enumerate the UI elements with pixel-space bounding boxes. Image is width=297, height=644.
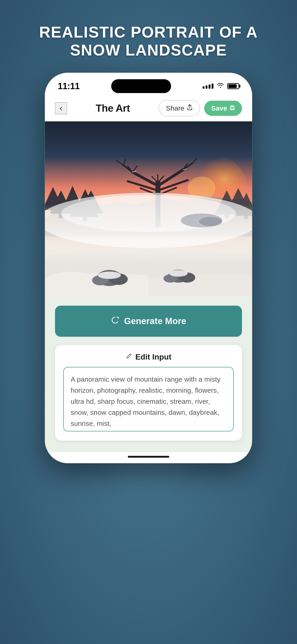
prompt-textarea[interactable]: [63, 367, 234, 432]
save-icon: [230, 104, 235, 112]
phone-frame: 11:11: [45, 73, 252, 463]
home-indicator: [45, 452, 252, 463]
generate-more-label: Generate More: [124, 316, 186, 326]
pencil-icon: [126, 353, 132, 361]
share-label: Share: [166, 104, 184, 112]
svg-line-49: [158, 175, 158, 182]
svg-rect-3: [232, 108, 233, 109]
save-button[interactable]: Save: [204, 101, 242, 116]
art-image: [45, 122, 252, 296]
edit-input-header: Edit Input: [63, 352, 234, 362]
signal-icon: [202, 84, 214, 89]
edit-input-title: Edit Input: [136, 352, 172, 362]
content-area: Generate More Edit Input: [45, 296, 252, 452]
share-icon: [187, 104, 193, 112]
back-arrow-icon: ‹: [60, 104, 62, 113]
svg-rect-1: [231, 106, 234, 107]
refresh-icon: [111, 316, 120, 326]
nav-title: The Art: [96, 102, 130, 114]
status-bar: 11:11: [45, 73, 252, 96]
dynamic-island: [111, 79, 171, 93]
home-bar: [128, 456, 169, 458]
edit-input-card: Edit Input: [55, 345, 242, 440]
nav-actions: Share Save: [159, 100, 242, 116]
wifi-icon: [217, 82, 224, 90]
nav-header: ‹ The Art Share Save: [45, 96, 252, 122]
save-label: Save: [211, 104, 227, 112]
svg-point-62: [169, 270, 188, 277]
share-button[interactable]: Share: [159, 100, 200, 116]
battery-icon: [227, 83, 239, 89]
generate-more-button[interactable]: Generate More: [55, 306, 242, 337]
status-icons: [202, 82, 239, 90]
svg-point-64: [199, 217, 222, 226]
status-time: 11:11: [58, 81, 80, 91]
page-title: REALISTIC PORTRAIT OF A SNOW LANDSCAPE: [0, 0, 297, 73]
svg-point-61: [98, 272, 121, 279]
back-button[interactable]: ‹: [55, 102, 67, 114]
